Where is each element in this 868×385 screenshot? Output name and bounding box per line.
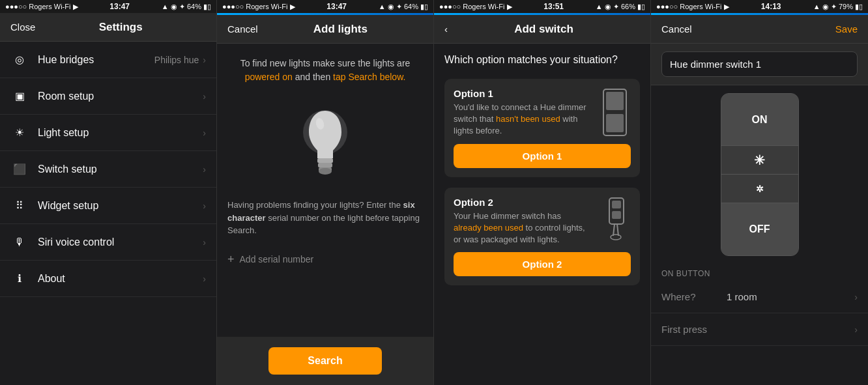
svg-point-14	[611, 235, 621, 240]
info-text: To find new lights make sure the lights …	[227, 57, 423, 84]
svg-rect-1	[317, 158, 333, 163]
add-serial-row[interactable]: + Add serial number	[227, 248, 423, 272]
status-bar-3: ●●●○○ Rogers Wi-Fi ▶ 13:51 ▲ ◉ ✦ 66% ▮▯	[434, 0, 650, 13]
cancel-button-4[interactable]: Cancel	[661, 23, 692, 35]
switch-setup-label: Switch setup	[38, 164, 199, 175]
add-lights-bottom-bar: Search	[217, 337, 433, 385]
option2-desc: Your Hue dimmer switch has already been …	[454, 210, 590, 246]
nav-bar-1: Close Settings	[0, 13, 216, 42]
sidebar-item-about[interactable]: ℹ About ›	[0, 261, 216, 297]
option2-title: Option 2	[454, 197, 590, 208]
about-icon: ℹ	[10, 270, 29, 288]
status-right-4: ▲ ◉ ✦ 79% ▮▯	[813, 3, 863, 11]
light-setup-icon: ☀	[10, 124, 29, 142]
add-switch-content: Which option matches your situation? Opt…	[434, 44, 650, 385]
svg-line-12	[613, 224, 615, 236]
bulb-svg	[299, 107, 351, 179]
tap-search-text: tap Search below.	[333, 72, 405, 82]
status-left-1: ●●●○○ Rogers Wi-Fi ▶	[5, 3, 78, 11]
svg-point-4	[319, 168, 332, 175]
option1-card: Option 1 You'd like to connect a Hue dim…	[444, 79, 640, 177]
switch-question: Which option matches your situation?	[444, 54, 640, 66]
dimmer-switch: ON ✳ ✲ OFF	[721, 93, 799, 256]
switch-icon-1	[598, 88, 631, 137]
svg-rect-7	[606, 92, 624, 110]
plus-icon: +	[227, 253, 235, 266]
switch-setup-icon: ⬛	[10, 160, 29, 178]
add-switch-title: Add switch	[514, 23, 573, 36]
bulb-image	[293, 101, 358, 186]
dimmer-dim-button[interactable]: ✲	[721, 175, 798, 203]
status-bar-4: ●●●○○ Rogers Wi-Fi ▶ 14:13 ▲ ◉ ✦ 79% ▮▯	[651, 0, 868, 13]
add-lights-content: To find new lights make sure the lights …	[217, 44, 433, 337]
siri-voice-label: Siri voice control	[38, 236, 199, 248]
status-bar-2: ●●●○○ Rogers Wi-Fi ▶ 13:47 ▲ ◉ ✦ 64% ▮▯	[217, 0, 433, 13]
room-setup-label: Room setup	[38, 91, 199, 102]
info-text-mid: and then	[293, 72, 333, 82]
status-right-1: ▲ ◉ ✦ 64% ▮▯	[162, 3, 211, 11]
option1-desc: You'd like to connect a Hue dimmer switc…	[454, 102, 590, 137]
sidebar-item-light-setup[interactable]: ☀ Light setup ›	[0, 115, 216, 151]
status-center-4: 14:13	[761, 2, 781, 11]
sidebar-item-siri-voice[interactable]: 🎙 Siri voice control ›	[0, 224, 216, 261]
option1-title: Option 1	[454, 88, 590, 99]
status-center-3: 13:51	[543, 2, 564, 11]
where-label: Where?	[661, 291, 727, 302]
dimmer-config-panel: ●●●○○ Rogers Wi-Fi ▶ 14:13 ▲ ◉ ✦ 79% ▮▯ …	[651, 0, 868, 385]
settings-list: ◎ Hue bridges Philips hue › ▣ Room setup…	[0, 42, 216, 385]
dimmer-off-button[interactable]: OFF	[721, 203, 798, 255]
widget-setup-label: Widget setup	[38, 200, 199, 212]
nav-bar-4: Cancel Save	[651, 15, 868, 44]
back-button[interactable]: ‹	[444, 23, 448, 35]
chevron-right-icon: ›	[203, 237, 206, 248]
sidebar-item-widget-setup[interactable]: ⠿ Widget setup ›	[0, 188, 216, 224]
svg-rect-11	[612, 211, 621, 219]
dimmer-name-input[interactable]	[661, 51, 858, 77]
status-left-3: ●●●○○ Rogers Wi-Fi ▶	[439, 3, 512, 11]
add-switch-panel: ●●●○○ Rogers Wi-Fi ▶ 13:51 ▲ ◉ ✦ 66% ▮▯ …	[434, 0, 651, 385]
sidebar-item-hue-bridges[interactable]: ◎ Hue bridges Philips hue ›	[0, 42, 216, 78]
option2-button[interactable]: Option 2	[454, 252, 631, 276]
widget-setup-icon: ⠿	[10, 197, 29, 215]
option1-text: Option 1 You'd like to connect a Hue dim…	[454, 88, 590, 137]
save-button[interactable]: Save	[835, 23, 858, 35]
status-center-2: 13:47	[326, 2, 347, 11]
chevron-right-icon: ›	[203, 91, 206, 102]
add-lights-panel: ●●●○○ Rogers Wi-Fi ▶ 13:47 ▲ ◉ ✦ 64% ▮▯ …	[217, 0, 434, 385]
status-center-1: 13:47	[109, 2, 130, 11]
sidebar-item-room-setup[interactable]: ▣ Room setup ›	[0, 78, 216, 115]
status-right-2: ▲ ◉ ✦ 64% ▮▯	[379, 3, 428, 11]
first-press-label: First press	[661, 324, 727, 335]
settings-panel: ●●●○○ Rogers Wi-Fi ▶ 13:47 ▲ ◉ ✦ 64% ▮▯ …	[0, 0, 217, 385]
where-row[interactable]: Where? 1 room ›	[651, 281, 868, 313]
dimmer-settings-section: On button Where? 1 room › First press ›	[651, 264, 868, 385]
serial-help-pre: Having problems finding your lights? Ent…	[227, 200, 403, 210]
nav-bar-3: ‹ Add switch	[434, 15, 650, 44]
nav-bar-2: Cancel Add lights	[217, 15, 433, 44]
room-setup-icon: ▣	[10, 87, 29, 106]
dimmer-bright-button[interactable]: ✳	[721, 146, 798, 175]
sidebar-item-switch-setup[interactable]: ⬛ Switch setup ›	[0, 151, 216, 188]
status-bar-1: ●●●○○ Rogers Wi-Fi ▶ 13:47 ▲ ◉ ✦ 64% ▮▯	[0, 0, 216, 13]
chevron-right-icon: ›	[854, 324, 858, 335]
option2-card: Option 2 Your Hue dimmer switch has alre…	[444, 188, 640, 286]
status-left-4: ●●●○○ Rogers Wi-Fi ▶	[656, 3, 729, 11]
dimmer-visual: ON ✳ ✲ OFF	[651, 85, 868, 264]
chevron-right-icon: ›	[203, 128, 206, 138]
option1-button[interactable]: Option 1	[454, 144, 631, 168]
svg-rect-10	[612, 201, 621, 208]
chevron-right-icon: ›	[203, 274, 206, 284]
light-setup-label: Light setup	[38, 127, 199, 139]
search-button[interactable]: Search	[268, 347, 381, 375]
first-press-row[interactable]: First press ›	[651, 313, 868, 346]
close-button[interactable]: Close	[10, 21, 35, 33]
chevron-right-icon: ›	[203, 55, 206, 65]
add-lights-title: Add lights	[313, 23, 368, 36]
option1-header: Option 1 You'd like to connect a Hue dim…	[454, 88, 631, 137]
status-right-3: ▲ ◉ ✦ 66% ▮▯	[596, 3, 645, 11]
switch-icon-2	[598, 197, 631, 246]
dimmer-on-button[interactable]: ON	[721, 94, 798, 146]
status-left-2: ●●●○○ Rogers Wi-Fi ▶	[222, 3, 295, 11]
cancel-button-2[interactable]: Cancel	[227, 23, 258, 35]
svg-rect-2	[318, 163, 332, 167]
